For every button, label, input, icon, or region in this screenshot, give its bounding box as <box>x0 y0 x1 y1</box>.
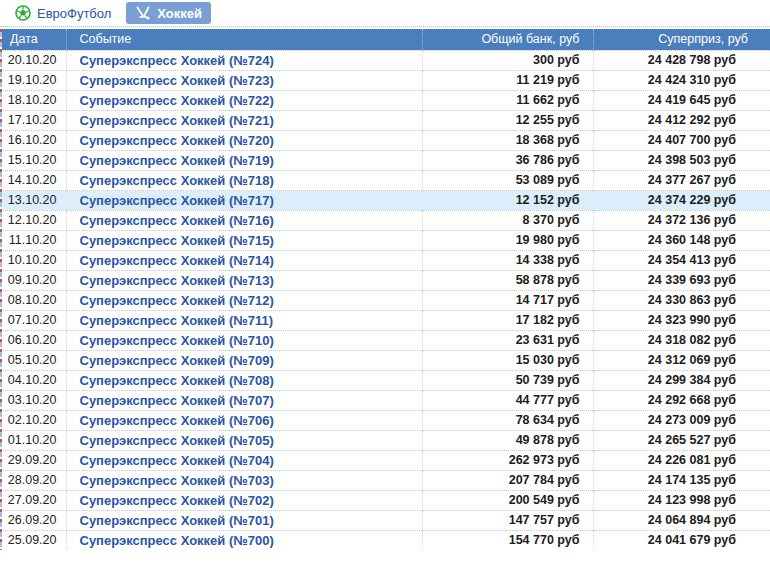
bank-cell: 12 152 руб <box>422 190 593 210</box>
date-cell: 29.09.20 <box>0 450 66 470</box>
superprize-cell: 24 428 798 руб <box>593 50 770 70</box>
date-cell: 19.10.20 <box>0 70 66 90</box>
event-link[interactable]: Суперэкспресс Хоккей (№708) <box>80 373 274 388</box>
date-cell: 01.10.20 <box>0 430 66 450</box>
event-link[interactable]: Суперэкспресс Хоккей (№714) <box>80 253 274 268</box>
superprize-cell: 24 374 229 руб <box>593 190 770 210</box>
table-row: 20.10.20 Суперэкспресс Хоккей (№724) 300… <box>0 50 770 70</box>
event-link[interactable]: Суперэкспресс Хоккей (№713) <box>80 273 274 288</box>
event-link[interactable]: Суперэкспресс Хоккей (№703) <box>80 473 274 488</box>
column-header-date: Дата <box>0 29 66 50</box>
date-cell: 26.09.20 <box>0 510 66 530</box>
date-cell: 28.09.20 <box>0 470 66 490</box>
table-row: 25.09.20 Суперэкспресс Хоккей (№700) 154… <box>0 530 770 550</box>
bank-cell: 12 255 руб <box>422 110 593 130</box>
date-cell: 12.10.20 <box>0 210 66 230</box>
date-cell: 04.10.20 <box>0 370 66 390</box>
table-row: 09.10.20 Суперэкспресс Хоккей (№713) 58 … <box>0 270 770 290</box>
date-cell: 10.10.20 <box>0 250 66 270</box>
event-link[interactable]: Суперэкспресс Хоккей (№701) <box>80 513 274 528</box>
table-header: Дата Событие Общий банк, руб Суперприз, … <box>0 29 770 50</box>
event-link[interactable]: Суперэкспресс Хоккей (№702) <box>80 493 274 508</box>
superprize-cell: 24 339 693 руб <box>593 270 770 290</box>
event-link[interactable]: Суперэкспресс Хоккей (№715) <box>80 233 274 248</box>
superprize-cell: 24 292 668 руб <box>593 390 770 410</box>
event-link[interactable]: Суперэкспресс Хоккей (№716) <box>80 213 274 228</box>
column-header-bank: Общий банк, руб <box>422 29 593 50</box>
bank-cell: 11 662 руб <box>422 90 593 110</box>
table-row: 04.10.20 Суперэкспресс Хоккей (№708) 50 … <box>0 370 770 390</box>
bank-cell: 58 878 руб <box>422 270 593 290</box>
superprize-cell: 24 041 679 руб <box>593 530 770 550</box>
table-row: 18.10.20 Суперэкспресс Хоккей (№722) 11 … <box>0 90 770 110</box>
tab-eurofootball[interactable]: ЕвроФутбол <box>6 2 120 24</box>
table-row: 26.09.20 Суперэкспресс Хоккей (№701) 147… <box>0 510 770 530</box>
event-link[interactable]: Суперэкспресс Хоккей (№720) <box>80 133 274 148</box>
tab-eurofootball-label: ЕвроФутбол <box>37 6 111 21</box>
table-row: 02.10.20 Суперэкспресс Хоккей (№706) 78 … <box>0 410 770 430</box>
table-row: 03.10.20 Суперэкспресс Хоккей (№707) 44 … <box>0 390 770 410</box>
event-link[interactable]: Суперэкспресс Хоккей (№723) <box>80 73 274 88</box>
date-cell: 07.10.20 <box>0 310 66 330</box>
superprize-cell: 24 174 135 руб <box>593 470 770 490</box>
superprize-cell: 24 312 069 руб <box>593 350 770 370</box>
bank-cell: 36 786 руб <box>422 150 593 170</box>
superprize-cell: 24 330 863 руб <box>593 290 770 310</box>
date-cell: 13.10.20 <box>0 190 66 210</box>
bank-cell: 200 549 руб <box>422 490 593 510</box>
date-cell: 16.10.20 <box>0 130 66 150</box>
event-link[interactable]: Суперэкспресс Хоккей (№700) <box>80 533 274 548</box>
superprize-cell: 24 226 081 руб <box>593 450 770 470</box>
date-cell: 11.10.20 <box>0 230 66 250</box>
bank-cell: 14 338 руб <box>422 250 593 270</box>
event-link[interactable]: Суперэкспресс Хоккей (№717) <box>80 193 274 208</box>
bank-cell: 14 717 руб <box>422 290 593 310</box>
bank-cell: 17 182 руб <box>422 310 593 330</box>
tab-hockey-label: Хоккей <box>157 6 202 21</box>
date-cell: 02.10.20 <box>0 410 66 430</box>
bank-cell: 147 757 руб <box>422 510 593 530</box>
bank-cell: 49 878 руб <box>422 430 593 450</box>
superprize-cell: 24 064 894 руб <box>593 510 770 530</box>
event-link[interactable]: Суперэкспресс Хоккей (№722) <box>80 93 274 108</box>
event-link[interactable]: Суперэкспресс Хоккей (№724) <box>80 53 274 68</box>
event-link[interactable]: Суперэкспресс Хоккей (№711) <box>80 313 274 328</box>
table-row: 14.10.20 Суперэкспресс Хоккей (№718) 53 … <box>0 170 770 190</box>
column-header-event: Событие <box>66 29 422 50</box>
superprize-cell: 24 412 292 руб <box>593 110 770 130</box>
sport-tabbar: ЕвроФутбол Хоккей <box>0 0 770 27</box>
event-link[interactable]: Суперэкспресс Хоккей (№707) <box>80 393 274 408</box>
event-link[interactable]: Суперэкспресс Хоккей (№704) <box>80 453 274 468</box>
event-link[interactable]: Суперэкспресс Хоккей (№706) <box>80 413 274 428</box>
event-link[interactable]: Суперэкспресс Хоккей (№710) <box>80 333 274 348</box>
event-link[interactable]: Суперэкспресс Хоккей (№709) <box>80 353 274 368</box>
date-cell: 06.10.20 <box>0 330 66 350</box>
table-row: 12.10.20 Суперэкспресс Хоккей (№716) 8 3… <box>0 210 770 230</box>
bank-cell: 44 777 руб <box>422 390 593 410</box>
superprize-cell: 24 265 527 руб <box>593 430 770 450</box>
tab-hockey[interactable]: Хоккей <box>126 2 211 24</box>
date-cell: 05.10.20 <box>0 350 66 370</box>
superprize-cell: 24 354 413 руб <box>593 250 770 270</box>
table-row: 17.10.20 Суперэкспресс Хоккей (№721) 12 … <box>0 110 770 130</box>
event-link[interactable]: Суперэкспресс Хоккей (№705) <box>80 433 274 448</box>
table-row: 01.10.20 Суперэкспресс Хоккей (№705) 49 … <box>0 430 770 450</box>
event-link[interactable]: Суперэкспресс Хоккей (№712) <box>80 293 274 308</box>
table-row: 08.10.20 Суперэкспресс Хоккей (№712) 14 … <box>0 290 770 310</box>
bank-cell: 262 973 руб <box>422 450 593 470</box>
event-link[interactable]: Суперэкспресс Хоккей (№718) <box>80 173 274 188</box>
superprize-cell: 24 398 503 руб <box>593 150 770 170</box>
draw-archive-table: Дата Событие Общий банк, руб Суперприз, … <box>0 29 770 550</box>
date-cell: 18.10.20 <box>0 90 66 110</box>
superprize-cell: 24 424 310 руб <box>593 70 770 90</box>
date-cell: 09.10.20 <box>0 270 66 290</box>
draw-archive-table-wrap: Дата Событие Общий банк, руб Суперприз, … <box>0 29 770 550</box>
column-header-superprize: Суперприз, руб <box>593 29 770 50</box>
bank-cell: 154 770 руб <box>422 530 593 550</box>
table-row: 07.10.20 Суперэкспресс Хоккей (№711) 17 … <box>0 310 770 330</box>
date-cell: 03.10.20 <box>0 390 66 410</box>
superprize-cell: 24 318 082 руб <box>593 330 770 350</box>
event-link[interactable]: Суперэкспресс Хоккей (№721) <box>80 113 274 128</box>
bank-cell: 8 370 руб <box>422 210 593 230</box>
event-link[interactable]: Суперэкспресс Хоккей (№719) <box>80 153 274 168</box>
